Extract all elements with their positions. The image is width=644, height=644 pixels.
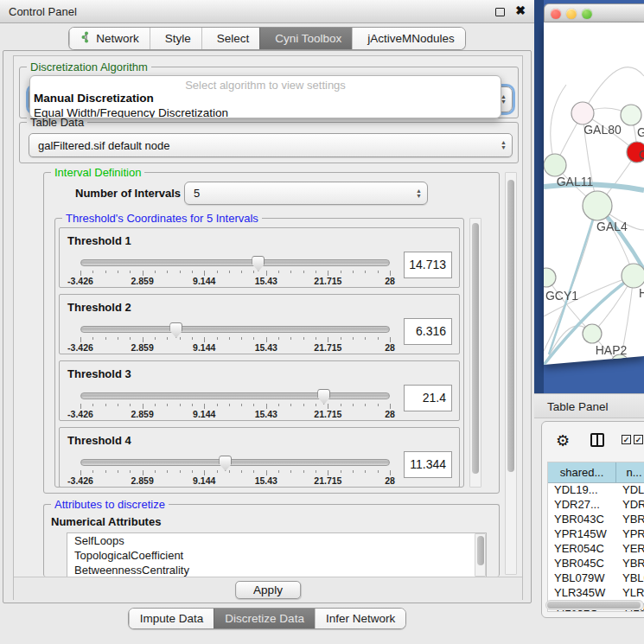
threshold-box: Threshold 4 -3.4262.8599.14415.4321.7152… [59, 427, 460, 488]
attribute-item[interactable]: SelfLoops [67, 533, 486, 548]
table-panel-header: Table Panel [534, 393, 644, 418]
algorithm-dropdown-popup: Select algorithm to view settings Manual… [29, 75, 501, 118]
table-data-combo[interactable]: galFiltered.sif default node ▲▼ [29, 133, 513, 157]
combo-stepper-icon: ▲▼ [501, 140, 507, 150]
thresholds-group: Threshold's Coordinates for 5 Intervals … [54, 218, 464, 488]
node-gcy1[interactable] [544, 268, 556, 287]
node-partial-top[interactable] [621, 105, 641, 125]
table-row[interactable]: YBR043C YBR0 [548, 513, 644, 527]
top-tab[interactable]: Network [69, 28, 150, 49]
checkbox-icon[interactable]: ✓ [622, 435, 631, 444]
table-row[interactable]: YER054C YER0 [548, 542, 644, 557]
threshold-value-field[interactable]: 11.344 [404, 451, 452, 478]
close-icon[interactable]: ✖ [515, 3, 526, 17]
threshold-value-field[interactable]: 6.316 [404, 318, 452, 345]
table-horizontal-scrollbar[interactable] [545, 600, 644, 610]
node-label: HAP2 [596, 343, 628, 357]
settings-scrollbar[interactable] [505, 172, 517, 575]
node-gal11[interactable] [544, 154, 566, 176]
control-panel: Control Panel ✖ Network Style Select [0, 0, 534, 644]
threshold-slider[interactable] [80, 326, 390, 333]
gear-icon[interactable]: ⚙ [556, 431, 570, 450]
threshold-box: Threshold 1 -3.4262.8599.14415.4321.7152… [59, 227, 460, 288]
node-label-partial: C [639, 148, 644, 162]
algorithm-option[interactable]: Manual Discretization [30, 92, 501, 106]
interval-definition-label: Interval Definition [51, 166, 144, 179]
cyni-toolbox-panel: Discretization Algorithm ▲▼ Select algor… [3, 50, 532, 603]
attribute-item[interactable]: BetweennessCentrality [67, 563, 486, 577]
attribute-item[interactable]: TopologicalCoefficient [67, 548, 486, 563]
top-tab[interactable]: Style [150, 28, 201, 49]
threshold-slider[interactable] [80, 259, 390, 266]
float-window-icon[interactable] [495, 8, 505, 16]
top-tabs: Network Style Select Cyni Toolbox [68, 27, 466, 50]
top-tab[interactable]: Select [201, 28, 260, 49]
node-label-partial: H [639, 286, 644, 300]
node-partial-right[interactable] [622, 264, 644, 288]
interval-definition-group: Interval Definition Number of Intervals … [43, 172, 500, 494]
node-gal4[interactable] [583, 191, 612, 220]
node-hap2[interactable] [583, 324, 602, 343]
slider-tick-labels: -3.4262.8599.14415.4321.71528 [80, 276, 390, 286]
network-window-titlebar [544, 3, 644, 22]
bottom-tab[interactable]: Discretize Data [214, 609, 315, 628]
column-header-shared-name[interactable]: shared... [548, 462, 616, 482]
split-column-icon[interactable] [590, 433, 604, 447]
threshold-label: Threshold 4 [67, 434, 131, 447]
tab-label: Network [96, 32, 139, 45]
top-tab[interactable]: Cyni Toolbox [259, 28, 352, 49]
threshold-value-field[interactable]: 21.4 [404, 385, 452, 411]
num-intervals-label: Number of Intervals [75, 187, 181, 200]
window-edge [534, 0, 544, 393]
algorithm-placeholder: Select algorithm to view settings [30, 76, 501, 92]
slider-thumb-icon[interactable] [219, 456, 232, 471]
table-row[interactable]: YBR045C YBR0 [548, 557, 644, 571]
node-gal80[interactable] [571, 102, 594, 124]
attributes-list[interactable]: SelfLoops TopologicalCoefficient Between… [67, 532, 487, 577]
threshold-slider[interactable] [80, 459, 390, 466]
tab-label: Style [165, 32, 191, 45]
panel-title: Control Panel [9, 5, 77, 18]
mac-close-icon[interactable] [551, 9, 561, 19]
bottom-tab[interactable]: Infer Network [315, 609, 405, 628]
threshold-label: Threshold 1 [67, 234, 131, 247]
slider-thumb-icon[interactable] [169, 322, 182, 338]
threshold-slider[interactable] [80, 392, 390, 399]
tab-icon [80, 31, 92, 46]
algorithm-option[interactable]: Equal Width/Frequency Discretization [30, 106, 501, 119]
top-tab[interactable]: jActiveMNodules [352, 28, 465, 49]
checkbox-icon[interactable]: ✓ [634, 435, 643, 444]
table-row[interactable]: YDR27... YDR2 [548, 498, 644, 513]
threshold-value-field[interactable]: 14.713 [404, 252, 452, 278]
apply-button[interactable]: Apply [235, 581, 301, 599]
table-row[interactable]: YLR345W YLR3 [548, 586, 644, 601]
column-header-name[interactable]: n... [616, 462, 644, 482]
threshold-list: Threshold 1 -3.4262.8599.14415.4321.7152… [59, 227, 460, 494]
mac-minimize-icon[interactable] [566, 9, 577, 19]
table-header-row: shared... n... [548, 462, 644, 483]
thresholds-scrollbar[interactable] [469, 218, 481, 488]
attributes-group: Attributes to discretize Numerical Attri… [43, 504, 500, 577]
table-data-selected: galFiltered.sif default node [38, 139, 169, 152]
table-row[interactable]: YDL19... YDL1 [548, 483, 644, 498]
control-panel-titlebar: Control Panel ✖ [0, 0, 534, 23]
table-rows: YDL19... YDL1 YDR27... YDR2 YBR043C YBR0… [548, 483, 644, 612]
slider-thumb-icon[interactable] [252, 256, 265, 271]
network-canvas-wrap: GAL80 GAL11 GAL4 GCY1 HAP2 GA C H [544, 22, 644, 368]
slider-thumb-icon[interactable] [317, 389, 330, 405]
attributes-scrollbar[interactable] [475, 533, 486, 577]
network-canvas[interactable]: GAL80 GAL11 GAL4 GCY1 HAP2 GA C H [544, 22, 644, 368]
slider-tick-labels: -3.4262.8599.14415.4321.71528 [80, 409, 390, 419]
mac-zoom-icon[interactable] [582, 9, 592, 19]
thresholds-group-label: Threshold's Coordinates for 5 Intervals [62, 212, 262, 225]
node-label: GAL11 [557, 175, 594, 188]
num-intervals-combo[interactable]: 5 ▲▼ [184, 182, 428, 205]
table-toolbar: ⚙ ✓ ✓ [542, 422, 644, 460]
table-row[interactable]: YBL079W YBL0 [548, 571, 644, 586]
numerical-attributes-label: Numerical Attributes [51, 515, 161, 528]
combo-stepper-icon: ▲▼ [501, 94, 507, 105]
slider-tick-labels: -3.4262.8599.14415.4321.71528 [80, 342, 390, 353]
bottom-tab[interactable]: Impute Data [129, 609, 214, 628]
table-row[interactable]: YPR145W YPR1 [548, 527, 644, 542]
threshold-label: Threshold 3 [67, 367, 131, 380]
